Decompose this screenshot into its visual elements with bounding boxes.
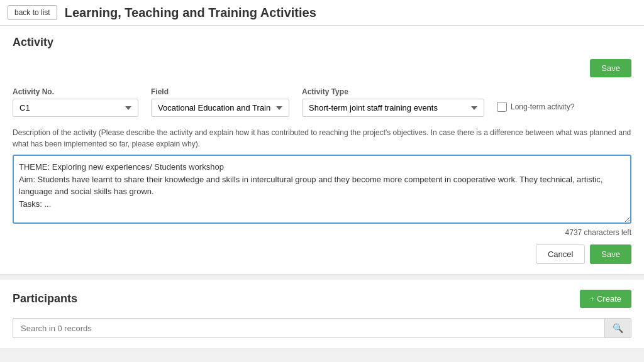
activity-section: Activity Save Activity No. C1 Field Voca…: [0, 26, 644, 274]
activity-no-select[interactable]: C1: [13, 99, 138, 117]
cancel-button[interactable]: Cancel: [536, 244, 585, 264]
search-button[interactable]: 🔍: [604, 318, 631, 338]
activity-no-label: Activity No.: [13, 87, 138, 96]
page-title: Learning, Teaching and Training Activiti…: [65, 6, 316, 20]
search-icon: 🔍: [613, 323, 623, 333]
save-button-bottom[interactable]: Save: [590, 244, 631, 264]
section-divider: [0, 274, 644, 275]
activity-no-group: Activity No. C1: [13, 87, 138, 117]
participants-header: Participants + Create: [13, 290, 631, 308]
page-header: back to list Learning, Teaching and Trai…: [0, 0, 644, 26]
top-save-row: Save: [13, 59, 631, 77]
field-label: Field: [151, 87, 289, 96]
back-to-list-button[interactable]: back to list: [8, 5, 57, 20]
char-count: 4737 characters left: [13, 228, 631, 237]
long-term-label: Long-term activity?: [511, 102, 574, 111]
activity-description-textarea[interactable]: THEME: Exploring new experiences/ Studen…: [13, 155, 631, 224]
save-button-top[interactable]: Save: [590, 59, 631, 77]
activity-type-select[interactable]: Short-term joint staff training events: [302, 99, 484, 117]
long-term-group: Long-term activity?: [497, 102, 574, 117]
participants-section: Participants + Create 🔍: [0, 280, 644, 348]
activity-type-label: Activity Type: [302, 87, 484, 96]
description-label: Description of the activity (Please desc…: [13, 127, 631, 150]
form-row: Activity No. C1 Field Vocational Educati…: [13, 87, 631, 117]
long-term-checkbox[interactable]: [497, 102, 507, 112]
search-input[interactable]: [13, 318, 604, 338]
field-select[interactable]: Vocational Education and Train: [151, 99, 289, 117]
activity-section-title: Activity: [13, 36, 631, 49]
search-row: 🔍: [13, 318, 631, 338]
main-content: Activity Save Activity No. C1 Field Voca…: [0, 26, 644, 348]
participants-title: Participants: [13, 292, 77, 305]
bottom-buttons: Cancel Save: [13, 244, 631, 264]
create-participant-button[interactable]: + Create: [580, 290, 631, 308]
field-group: Field Vocational Education and Train: [151, 87, 289, 117]
activity-type-group: Activity Type Short-term joint staff tra…: [302, 87, 484, 117]
